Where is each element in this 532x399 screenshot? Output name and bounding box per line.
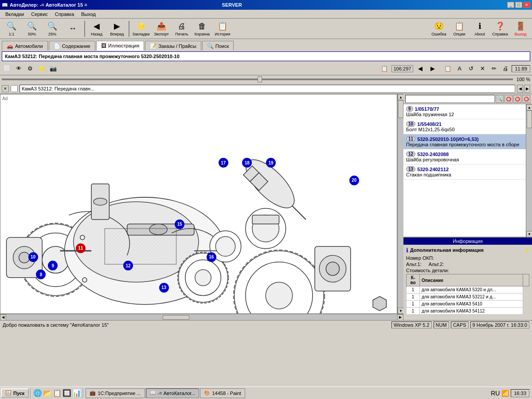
toolbar-sep-2 (129, 21, 129, 37)
menu-service[interactable]: Сервис (27, 11, 51, 18)
export-button[interactable]: 📤 Экспорт (152, 20, 171, 38)
tb2-right-4[interactable]: ✕ (477, 63, 488, 74)
tb2-btn-1[interactable]: ⬜ (2, 63, 12, 74)
options-button[interactable]: 📋 Опции (450, 20, 469, 38)
tab-contents[interactable]: 📄 Содержание (49, 41, 95, 51)
close-button[interactable]: ✕ (523, 2, 530, 8)
zoom-50-button[interactable]: 🔍 50% (22, 20, 42, 38)
copy-page-btn[interactable]: 📋 (379, 63, 390, 74)
search-btn-2[interactable]: ⭕ (505, 95, 512, 103)
menu-bar: Вкладки Сервис Справка Выход (0, 10, 532, 19)
parts-scroll-thumb[interactable] (527, 110, 532, 128)
hscroll-left-btn[interactable]: ◀ (0, 314, 6, 321)
next-page-btn[interactable]: ▶ (427, 63, 438, 74)
nav-checkbox[interactable] (11, 85, 18, 92)
bookmarks-button[interactable]: ⭐ Закладки (131, 20, 151, 38)
search-btn-3[interactable]: ⭕ (513, 95, 521, 103)
zoom-25-button[interactable]: 🔍 25% (43, 20, 62, 38)
minimize-button[interactable]: _ (507, 2, 514, 8)
menu-tabs[interactable]: Вкладки (2, 11, 27, 18)
quicklaunch-2[interactable]: 📂 (43, 389, 52, 397)
tb2-btn-5[interactable]: 📷 (48, 63, 59, 74)
part-badge-11[interactable]: 11 (76, 243, 86, 253)
maximize-button[interactable]: □ (515, 2, 522, 8)
time-display: 11:89 (512, 65, 530, 72)
part-badge-10[interactable]: 10 (28, 252, 38, 262)
nav-prev-btn[interactable]: ◀ (517, 85, 523, 93)
search-btn-1[interactable]: 🔍 (496, 95, 504, 103)
vscroll-track[interactable] (398, 100, 403, 308)
lang-indicator[interactable]: RU (491, 390, 500, 397)
table-row-3[interactable]: 1 для автомобиля КАМАЗ 5410 (407, 301, 529, 308)
tb2-btn-4[interactable]: ⭐ (36, 63, 47, 74)
tab-illustration[interactable]: 🖼 Иллюстрация (96, 41, 144, 51)
nav-next-btn[interactable]: ▶ (524, 85, 530, 93)
part-badge-16[interactable]: 16 (207, 252, 216, 262)
fit-button[interactable]: ↔ (63, 20, 82, 38)
part-badge-15[interactable]: 15 (175, 219, 184, 229)
illustration-vscrollbar: ▲ ▼ (397, 94, 403, 314)
quicklaunch-1[interactable]: 🌐 (33, 389, 42, 397)
exit-button[interactable]: 🚪 Выход (511, 20, 530, 38)
table-row-2[interactable]: 1 для автомобиля КАМАЗ 53212 и д... (407, 293, 529, 301)
vscroll-thumb[interactable] (398, 100, 403, 118)
tb2-btn-3[interactable]: ⚙ (25, 63, 35, 74)
table-row-1[interactable]: 1 для автомобиля КАМАЗ 5320 и дл... (407, 286, 529, 293)
search-btn-4[interactable]: ⭕ (522, 95, 530, 103)
quicklaunch-3[interactable]: 📋 (53, 389, 62, 397)
hscroll-track[interactable] (6, 315, 397, 320)
quicklaunch-4[interactable]: 🔲 (63, 389, 71, 397)
zoom-slider[interactable] (2, 78, 513, 80)
search-input[interactable] (405, 95, 495, 103)
illustration-hscrollbar: ◀ ▶ (0, 314, 403, 320)
parts-scroll-track[interactable] (526, 110, 532, 231)
zoom-1-1-button[interactable]: 🔍 1:1 (2, 20, 21, 38)
tab-automobiles[interactable]: 🚗 Автомобили (2, 41, 48, 51)
taskbar-task-2[interactable]: 📖 -= АвтоКаталог... (146, 388, 200, 398)
back-button[interactable]: ◀ Назад (87, 20, 106, 38)
about-button[interactable]: ℹ About (470, 20, 489, 38)
part-num-circle-10: 10 (406, 121, 415, 127)
cart-button[interactable]: 🗑 Корзина (192, 20, 212, 38)
quicklaunch-5[interactable]: 📊 (72, 389, 81, 397)
forward-button[interactable]: ▶ Вперед (107, 20, 127, 38)
tb2-right-6[interactable]: 🖨 (500, 63, 511, 74)
tb2-right-1[interactable]: 📋 (442, 63, 453, 74)
taskbar-task-3[interactable]: 🎨 14458 - Paint (200, 388, 245, 398)
tb2-right-2[interactable]: A (454, 63, 465, 74)
history-button[interactable]: 📋 История (213, 20, 232, 38)
part-item-12[interactable]: 12 5320-2402088 Шайба регулировочная (403, 149, 526, 164)
tb2-right-3[interactable]: ↺ (466, 63, 476, 74)
hscroll-right-btn[interactable]: ▶ (397, 314, 403, 321)
menu-exit[interactable]: Выход (78, 11, 99, 18)
part-item-13[interactable]: 13 5320-2402112 Стакан подшипника (403, 164, 526, 180)
parts-diagram-svg (0, 94, 397, 313)
error-button[interactable]: 😟 Ошибка (429, 20, 449, 38)
part-badge-20[interactable]: 20 (349, 176, 359, 185)
taskbar-task-1[interactable]: 💼 1С:Предприятие ... (86, 388, 145, 398)
info-icon: ℹ (406, 247, 408, 254)
part-badge-17[interactable]: 17 (219, 158, 228, 168)
hscroll-thumb[interactable] (163, 315, 189, 320)
tab-search[interactable]: 🔍 Поиск (202, 41, 234, 51)
help-button[interactable]: ❓ Справка (490, 20, 510, 38)
menu-help[interactable]: Справка (51, 11, 78, 18)
tab-orders[interactable]: 📝 Заказы / Прайсы (145, 41, 201, 51)
part-badge-13[interactable]: 13 (159, 283, 169, 293)
tb2-right-5[interactable]: ✏ (489, 63, 499, 74)
part-item-11[interactable]: 11 5320-2502010-10(ИО=6,53) Передача гла… (403, 134, 526, 149)
table-row-4[interactable]: 1 для автомобиля КАМАЗ 54112 (407, 308, 529, 315)
tb2-btn-2[interactable]: 👁 (13, 63, 24, 74)
part-item-9[interactable]: 9 1/05170/77 Шайба пружинная 12 (403, 104, 526, 119)
nav-close-btn[interactable]: ✕ (2, 85, 9, 92)
status-os: Windows XP 5.2 (391, 321, 432, 329)
print-button[interactable]: 🖨 Печать (172, 20, 192, 38)
parts-scroll-up-btn[interactable]: ▲ (526, 104, 532, 110)
vscroll-up-btn[interactable]: ▲ (398, 94, 403, 100)
parts-scroll-down-btn[interactable]: ▼ (526, 231, 532, 237)
part-item-10[interactable]: 10 1/55408/21 Болт М12х1,25-6qх50 (403, 119, 526, 134)
vscroll-down-btn[interactable]: ▼ (398, 308, 403, 314)
start-button[interactable]: 🪟 Пуск (1, 388, 29, 398)
info-cost-row: Стоимость детали: (406, 268, 529, 273)
prev-page-btn[interactable]: ◀ (415, 63, 426, 74)
